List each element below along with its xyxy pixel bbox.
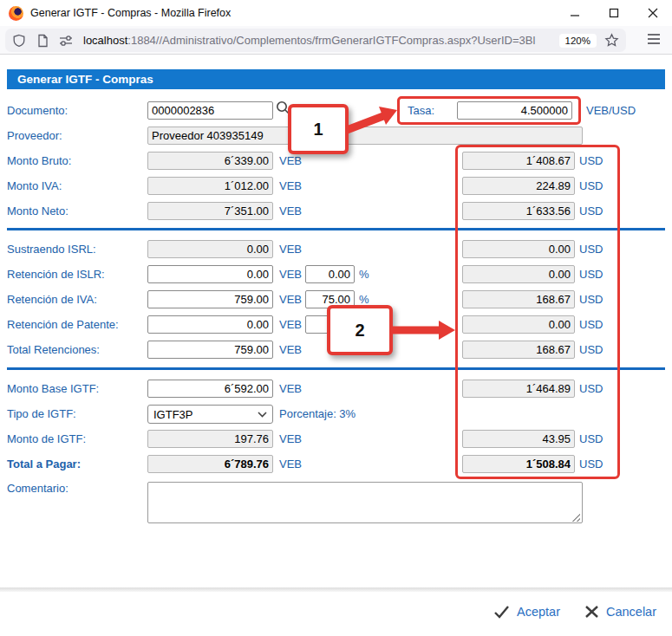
- row-monto-bruto: Monto Bruto: VEB USD: [0, 152, 672, 171]
- usd-unit-label: USD: [579, 154, 603, 167]
- monto-base-igtf-usd-input: [462, 380, 575, 398]
- tasa-unit-label: VEB/USD: [586, 104, 636, 117]
- retencion-patente-veb-input[interactable]: [147, 315, 273, 334]
- usd-unit-label: USD: [579, 318, 603, 331]
- annotation-callout-2: 2: [327, 305, 393, 355]
- sustraendo-isrl-veb-input: [147, 240, 273, 258]
- minimize-button[interactable]: [555, 0, 594, 26]
- total-a-pagar-usd-input: [462, 455, 575, 473]
- maximize-button[interactable]: [594, 0, 633, 26]
- page-title: Generar IGTF - Compras: [7, 69, 665, 89]
- usd-unit-label: USD: [579, 293, 603, 306]
- sustraendo-isrl-usd-input: [462, 240, 575, 258]
- usd-unit-label: USD: [579, 243, 603, 256]
- monto-bruto-label: Monto Bruto:: [7, 154, 71, 167]
- url-text: localhost:1884//Administrativo/Complemen…: [83, 34, 556, 47]
- veb-unit-label: VEB: [279, 179, 302, 192]
- veb-unit-label: VEB: [279, 432, 302, 445]
- row-tipo-igtf: Tipo de IGTF: IGTF3P Porcentaje: 3%: [0, 405, 672, 424]
- close-icon: [648, 8, 658, 18]
- url-path: :1884//Administrativo/Complementos/frmGe…: [127, 34, 535, 47]
- percent-unit-label: %: [359, 268, 369, 281]
- permissions-icon[interactable]: [59, 35, 74, 47]
- shield-icon[interactable]: [12, 34, 26, 48]
- aceptar-button[interactable]: Aceptar: [493, 605, 560, 619]
- menu-icon[interactable]: [647, 33, 661, 45]
- monto-igtf-label: Monto de IGTF:: [7, 432, 86, 445]
- monto-neto-label: Monto Neto:: [7, 204, 69, 217]
- monto-bruto-usd-input: [462, 152, 575, 170]
- row-total-a-pagar: Total a Pagar: VEB USD: [0, 455, 672, 474]
- chevron-down-icon: [258, 412, 267, 418]
- proveedor-label: Proveedor:: [7, 129, 62, 142]
- total-a-pagar-label: Total a Pagar:: [7, 458, 81, 471]
- zoom-level-badge[interactable]: 120%: [559, 34, 597, 48]
- window-titlebar: Generar IGTF - Compras - Mozilla Firefox: [0, 0, 672, 26]
- tipo-igtf-select[interactable]: IGTF3P: [147, 405, 273, 424]
- minimize-icon: [570, 8, 580, 18]
- usd-unit-label: USD: [579, 204, 603, 217]
- section-divider: [7, 367, 665, 370]
- comentario-textarea[interactable]: [147, 482, 583, 523]
- tipo-igtf-selected-value: IGTF3P: [153, 408, 258, 421]
- retencion-iva-veb-input[interactable]: [147, 290, 273, 308]
- total-retenciones-veb-input[interactable]: [147, 341, 273, 359]
- veb-unit-label: VEB: [279, 293, 302, 306]
- usd-unit-label: USD: [579, 343, 603, 356]
- row-monto-iva: Monto IVA: VEB USD: [0, 177, 672, 196]
- address-bar[interactable]: localhost:1884//Administrativo/Complemen…: [5, 29, 626, 52]
- window-title: Generar IGTF - Compras - Mozilla Firefox: [30, 7, 231, 19]
- tasa-input[interactable]: [457, 101, 572, 120]
- tipo-igtf-label: Tipo de IGTF:: [7, 407, 76, 420]
- bookmark-star-icon[interactable]: [604, 33, 619, 48]
- check-icon: [493, 605, 510, 619]
- retencion-patente-usd-input: [462, 315, 575, 334]
- monto-neto-usd-input: [462, 202, 575, 220]
- footer-buttons: Aceptar Cancelar: [493, 605, 656, 619]
- retencion-islr-veb-input[interactable]: [147, 265, 273, 283]
- tasa-label: Tasa:: [408, 104, 434, 117]
- monto-iva-usd-input: [462, 177, 575, 195]
- monto-igtf-veb-input: [147, 430, 273, 448]
- monto-bruto-veb-input: [147, 152, 273, 170]
- cancelar-label: Cancelar: [606, 605, 656, 619]
- firefox-icon: [9, 6, 23, 21]
- row-monto-igtf: Monto de IGTF: VEB USD: [0, 430, 672, 449]
- porcentaje-label: Porcentaje: 3%: [279, 407, 356, 420]
- retencion-islr-label: Retención de ISLR:: [7, 268, 105, 281]
- monto-base-igtf-veb-input[interactable]: [147, 380, 273, 398]
- row-sustraendo-isrl: Sustraendo ISRL: VEB USD: [0, 240, 672, 259]
- close-button[interactable]: [633, 0, 672, 26]
- window-controls: [555, 0, 672, 26]
- percent-unit-label: %: [359, 293, 369, 306]
- row-monto-neto: Monto Neto: VEB USD: [0, 202, 672, 221]
- monto-igtf-usd-input: [462, 430, 575, 448]
- section-divider: [7, 228, 665, 230]
- veb-unit-label: VEB: [279, 382, 302, 395]
- sustraendo-isrl-label: Sustraendo ISRL:: [7, 243, 96, 256]
- monto-base-igtf-label: Monto Base IGTF:: [7, 382, 99, 395]
- proveedor-input: [147, 127, 583, 145]
- retencion-islr-usd-input: [462, 265, 575, 283]
- firefox-window: Generar IGTF - Compras - Mozilla Firefox: [0, 0, 672, 636]
- page-icon[interactable]: [36, 34, 49, 48]
- callout-1-number: 1: [313, 120, 323, 140]
- retencion-iva-usd-input: [462, 290, 575, 308]
- usd-unit-label: USD: [579, 432, 603, 445]
- documento-input[interactable]: [147, 101, 273, 120]
- veb-unit-label: VEB: [279, 154, 302, 167]
- documento-label: Documento:: [7, 104, 68, 117]
- row-retencion-islr: Retención de ISLR: VEB % USD: [0, 265, 672, 284]
- footer-divider: [0, 587, 672, 592]
- total-a-pagar-veb-input: [147, 455, 273, 473]
- comentario-label: Comentario:: [7, 482, 69, 495]
- cancelar-button[interactable]: Cancelar: [584, 605, 656, 619]
- total-retenciones-label: Total Retenciones:: [7, 343, 100, 356]
- aceptar-label: Aceptar: [517, 605, 560, 619]
- maximize-icon: [609, 8, 619, 18]
- veb-unit-label: VEB: [279, 243, 302, 256]
- retencion-islr-pct-input[interactable]: [305, 265, 355, 283]
- monto-iva-label: Monto IVA:: [7, 179, 62, 192]
- callout-2-number: 2: [355, 321, 364, 341]
- browser-toolbar: localhost:1884//Administrativo/Complemen…: [0, 26, 672, 55]
